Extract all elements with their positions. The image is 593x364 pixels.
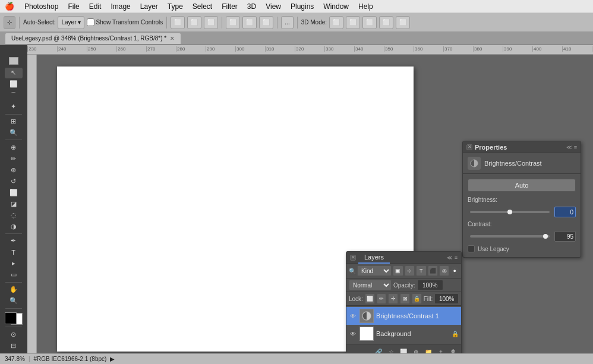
contrast-value[interactable]: 95 (554, 231, 576, 242)
lock-all-btn[interactable]: 🔒 (412, 293, 422, 304)
quick-mask-btn[interactable]: ⊙ (5, 329, 23, 340)
brightness-value[interactable]: 0 (554, 207, 576, 217)
move-tool-icon[interactable]: ⊹ (4, 16, 15, 29)
properties-close-btn[interactable]: ✕ (466, 144, 472, 150)
shape-tool-btn[interactable]: ▭ (5, 270, 23, 280)
move-tool-btn[interactable]: ↖ (5, 68, 23, 78)
brightness-thumb[interactable] (507, 210, 512, 214)
menu-view[interactable]: View (261, 1, 285, 12)
delete-layer-btn[interactable]: 🗑 (448, 347, 459, 354)
filter-pixel-btn[interactable]: ▣ (393, 265, 403, 276)
fill-value[interactable]: 100% (434, 293, 459, 304)
layer-select-btn[interactable]: Layer ▾ (58, 16, 84, 29)
layers-titlebar[interactable]: ✕ Layers ≪ ≡ (346, 252, 461, 264)
3d-mode-btn-4[interactable]: ⬜ (379, 16, 393, 29)
menu-3d[interactable]: 3D (243, 1, 260, 12)
menu-select[interactable]: Select (188, 1, 216, 12)
menu-layer[interactable]: Layer (136, 1, 162, 12)
path-selection-btn[interactable]: ▸ (5, 258, 23, 269)
lock-paint-btn[interactable]: ✏ (377, 293, 387, 304)
color-swatches[interactable] (5, 312, 23, 325)
align-right-btn[interactable]: ⬜ (204, 16, 218, 29)
menu-type[interactable]: Type (163, 1, 187, 12)
3d-mode-btn-3[interactable]: ⬜ (362, 16, 377, 29)
contrast-thumb[interactable] (543, 234, 548, 239)
brush-btn[interactable]: ✏ (5, 153, 23, 164)
lock-artboard-btn[interactable]: ⊠ (400, 293, 410, 304)
layers-tab[interactable]: Layers (358, 252, 390, 264)
3d-mode-btn-5[interactable]: ⬜ (396, 16, 410, 29)
opacity-value[interactable]: 100% (417, 280, 443, 290)
stamp-btn[interactable]: ⊛ (5, 164, 23, 175)
add-style-btn[interactable]: ☆ (386, 347, 396, 354)
menu-image[interactable]: Image (106, 1, 134, 12)
gradient-btn[interactable]: ◪ (5, 198, 23, 209)
layer-row-background[interactable]: 👁 Background 🔒 (346, 325, 461, 343)
align-left-btn[interactable]: ⬜ (171, 16, 185, 29)
properties-titlebar[interactable]: ✕ Properties ≪ ≡ (463, 141, 581, 153)
contrast-slider[interactable] (470, 235, 550, 238)
tab-close-icon[interactable]: ✕ (170, 36, 175, 42)
magic-wand-btn[interactable]: ✦ (5, 102, 23, 112)
menu-filter[interactable]: Filter (217, 1, 242, 12)
3d-mode-btn-1[interactable]: ⬜ (329, 16, 343, 29)
healing-btn[interactable]: ⊕ (5, 142, 23, 153)
layer-visibility-btn-2[interactable]: 👁 (349, 330, 357, 338)
history-brush-btn[interactable]: ↺ (5, 176, 23, 186)
show-transform-checkbox[interactable] (87, 18, 94, 26)
eyedropper-btn[interactable]: 🔍 (5, 127, 23, 138)
status-arrow-icon[interactable]: ▶ (110, 356, 115, 362)
menu-edit[interactable]: Edit (85, 1, 106, 12)
document-tab[interactable]: UseLegasy.psd @ 348% (Brightness/Contras… (5, 33, 181, 45)
menu-help[interactable]: Help (354, 1, 377, 12)
screen-mode-btn[interactable]: ⊟ (5, 340, 23, 351)
distribute-btn-1[interactable]: ⬜ (226, 16, 240, 29)
lasso-tool-btn[interactable]: ⌒ (5, 90, 23, 101)
use-legacy-checkbox[interactable] (468, 245, 475, 252)
text-tool-btn[interactable]: T (5, 247, 23, 258)
blur-btn[interactable]: ◌ (5, 210, 23, 220)
layer-visibility-btn-1[interactable]: 👁 (349, 312, 357, 320)
foreground-color[interactable] (5, 312, 17, 324)
zoom-tool-btn[interactable]: 🔍 (5, 296, 23, 306)
filter-shape-btn[interactable]: ⬛ (428, 265, 438, 276)
adjustment-btn[interactable]: ⊕ (411, 347, 421, 354)
menu-window[interactable]: Window (319, 1, 353, 12)
layers-kind-select[interactable]: Kind (357, 265, 392, 276)
crop-tool-btn[interactable]: ⊞ (5, 116, 23, 126)
menu-photoshop[interactable]: Photoshop (20, 1, 62, 12)
selection-tool-btn[interactable]: ⬜ (5, 79, 23, 90)
auto-button[interactable]: Auto (468, 179, 576, 192)
filter-smart-btn[interactable]: ◎ (439, 265, 449, 276)
align-center-btn[interactable]: ⬜ (187, 16, 201, 29)
lock-transparency-btn[interactable]: ⬜ (365, 293, 375, 304)
ruler-corner[interactable] (9, 57, 18, 65)
layers-collapse-icon[interactable]: ≪ (447, 255, 452, 261)
link-layers-btn[interactable]: 🔗 (373, 347, 384, 354)
hand-tool-btn[interactable]: ✋ (5, 284, 23, 295)
menu-plugins[interactable]: Plugins (286, 1, 318, 12)
folder-btn[interactable]: 📁 (423, 347, 434, 354)
lock-position-btn[interactable]: ✛ (388, 293, 398, 304)
distribute-btn-2[interactable]: ⬜ (242, 16, 257, 29)
brightness-slider[interactable] (470, 211, 550, 213)
filter-active-toggle[interactable]: ● (450, 267, 459, 275)
menu-file[interactable]: File (64, 1, 83, 12)
layers-close-btn[interactable]: ✕ (350, 255, 356, 261)
layers-menu-icon[interactable]: ≡ (455, 255, 458, 261)
properties-collapse-icon[interactable]: ≪ (566, 144, 572, 150)
distribute-btn-3[interactable]: ⬜ (259, 16, 273, 29)
new-layer-btn[interactable]: + (436, 347, 446, 354)
pen-tool-btn[interactable]: ✒ (5, 236, 23, 246)
dodge-btn[interactable]: ◑ (5, 221, 23, 232)
extra-btn[interactable]: ... (281, 16, 293, 29)
filter-type-btn[interactable]: T (416, 265, 426, 276)
mask-btn[interactable]: ⬜ (398, 347, 409, 354)
eraser-btn[interactable]: ⬜ (5, 187, 23, 198)
blend-mode-select[interactable]: Normal (349, 280, 392, 290)
filter-adjust-btn[interactable]: ⊹ (405, 265, 415, 276)
3d-mode-btn-2[interactable]: ⬜ (346, 16, 360, 29)
apple-menu-icon[interactable]: 🍎 (5, 2, 14, 11)
layer-row-adjustment[interactable]: 👁 Brightness/Contrast 1 (346, 307, 461, 325)
properties-menu-icon[interactable]: ≡ (574, 144, 577, 150)
